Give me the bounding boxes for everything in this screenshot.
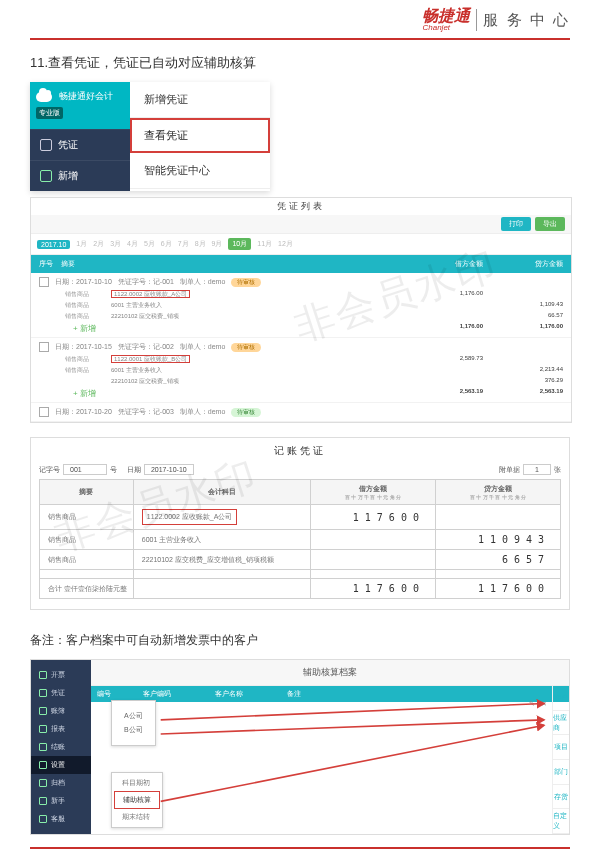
th-credit: 贷方金额百 十 万 千 百 十 元 角 分	[435, 480, 560, 505]
nav-item-voucher[interactable]: 凭证	[30, 129, 130, 160]
right-tabs: 客户 供应商 项目 部门 存货 自定义	[552, 686, 569, 834]
menu-item-smart-center[interactable]: 智能凭证中心	[130, 153, 270, 189]
table-row: 销售商品 22210102 应交税费_应交增值税_销项税额 6657	[40, 550, 561, 570]
right-tab[interactable]: 部门	[553, 760, 569, 785]
row-checkbox[interactable]	[39, 407, 49, 417]
right-tab[interactable]: 存货	[553, 785, 569, 810]
table-row: 销售商品 6001 主营业务收入 110943	[40, 530, 561, 550]
sidebar-item[interactable]: 归档	[31, 774, 91, 792]
add-line-button[interactable]: + 新增	[65, 388, 96, 399]
sidebar-item[interactable]: 客服	[31, 810, 91, 828]
dot-icon	[39, 707, 47, 715]
sidebar-item[interactable]: 结账	[31, 738, 91, 756]
submenu-item[interactable]: 科目期初	[114, 775, 160, 791]
voucher-submenu: 新增凭证 查看凭证 智能凭证中心	[130, 82, 270, 191]
month-item[interactable]: 7月	[178, 239, 189, 249]
settings-submenu: 科目期初 辅助核算 期末结转	[111, 772, 163, 828]
sidebar-item[interactable]: 账簿	[31, 702, 91, 720]
right-tab[interactable]: 客户	[553, 686, 569, 711]
th-summary: 摘要	[40, 480, 134, 505]
settings-sidebar: 开票 凭证 账簿 报表 结账 设置 归档 新手 客服	[31, 660, 91, 834]
nav-item-new[interactable]: 新增	[30, 160, 130, 191]
note-title: 备注：客户档案中可自动新增发票中的客户	[30, 632, 570, 649]
service-center-label: 服 务 中 心	[483, 11, 570, 30]
voucher-list-screenshot: 凭证列表 打印 导出 2017.10 1月 2月 3月 4月 5月 6月 7月 …	[30, 197, 572, 423]
status-badge: 待审核	[231, 278, 261, 287]
attach-suffix: 张	[554, 465, 561, 475]
voucher-icon	[40, 139, 52, 151]
sidebar-item[interactable]: 报表	[31, 720, 91, 738]
month-item[interactable]: 8月	[195, 239, 206, 249]
sidebar-item[interactable]: 开票	[31, 666, 91, 684]
col-summary: 摘要	[61, 259, 403, 269]
voucher-list-toolbar: 打印 导出	[31, 215, 571, 234]
voucher-no-input[interactable]: 001	[63, 464, 107, 475]
list-item[interactable]: B公司	[120, 723, 147, 737]
attach-input[interactable]: 1	[523, 464, 551, 475]
col-debit: 借方金额	[403, 259, 483, 269]
highlighted-subject: 1122.0002 应收账款_A公司	[142, 509, 238, 525]
period-dropdown[interactable]: 2017.10	[37, 240, 70, 249]
month-item[interactable]: 4月	[127, 239, 138, 249]
nav-item-label: 新增	[58, 169, 78, 183]
credit-amount[interactable]: 6657	[435, 550, 560, 570]
edit-icon[interactable]: ✎	[529, 700, 535, 708]
sidebar-item[interactable]: 新手	[31, 792, 91, 810]
month-item[interactable]: 6月	[161, 239, 172, 249]
nav-dropdown-screenshot: 畅捷通好会计 专业版 凭证 新增 新增凭证 查看凭证 智能凭证中心	[30, 82, 270, 191]
dot-icon	[39, 671, 47, 679]
month-item[interactable]: 1月	[76, 239, 87, 249]
right-tab[interactable]: 供应商	[553, 711, 569, 736]
export-button[interactable]: 导出	[535, 217, 565, 231]
voucher-date-label: 日期	[127, 465, 141, 475]
debit-amount[interactable]: 117600	[310, 505, 435, 530]
section11-title: 11.查看凭证，凭证已自动对应辅助核算	[30, 54, 570, 72]
month-item[interactable]: 2月	[93, 239, 104, 249]
voucher-group: 日期：2017-10-20 凭证字号：记-003 制单人：demo 待审核	[31, 403, 571, 422]
add-line-button[interactable]: + 新增	[65, 323, 96, 334]
aux-account-screenshot: 开票 凭证 账簿 报表 结账 设置 归档 新手 客服 辅助核算档案 编号 客户编…	[30, 659, 570, 835]
month-item[interactable]: 5月	[144, 239, 155, 249]
dot-icon	[39, 743, 47, 751]
voucher-group: 日期：2017-10-15 凭证字号：记-002 制单人：demo 待审核 销售…	[31, 338, 571, 403]
menu-item-new-voucher[interactable]: 新增凭证	[130, 82, 270, 118]
month-item-current[interactable]: 10月	[228, 238, 251, 250]
status-badge: 待审核	[231, 408, 261, 417]
voucher-maker: 制单人：demo	[180, 342, 226, 352]
submenu-item[interactable]: 期末结转	[114, 809, 160, 825]
right-tab[interactable]: 项目	[553, 735, 569, 760]
voucher-no: 凭证字号：记-002	[118, 342, 174, 352]
dot-icon	[39, 779, 47, 787]
voucher-list-header: 序号 摘要 借方金额 贷方金额	[31, 255, 571, 273]
th-subject: 会计科目	[133, 480, 310, 505]
left-nav: 畅捷通好会计 专业版 凭证 新增	[30, 82, 130, 191]
right-tab[interactable]: 自定义	[553, 809, 569, 834]
month-item[interactable]: 3月	[110, 239, 121, 249]
row-checkbox[interactable]	[39, 277, 49, 287]
row-checkbox[interactable]	[39, 342, 49, 352]
sidebar-item[interactable]: 凭证	[31, 684, 91, 702]
cloud-icon	[36, 92, 52, 102]
month-item[interactable]: 12月	[278, 239, 293, 249]
month-item[interactable]: 11月	[257, 239, 272, 249]
new-icon	[40, 170, 52, 182]
table-row: 销售商品 1122.0002 应收账款_A公司 117600	[40, 505, 561, 530]
voucher-no-label: 记字号	[39, 465, 60, 475]
voucher-date-input[interactable]: 2017-10-10	[144, 464, 194, 475]
voucher-no: 凭证字号：记-003	[118, 407, 174, 417]
brand-subname: Chanjet	[422, 24, 470, 32]
print-button[interactable]: 打印	[501, 217, 531, 231]
aux-main: 辅助核算档案 编号 客户编码 客户名称 备注 A公司 B公司 科目期初 辅助核算…	[91, 660, 569, 834]
period-selector: 2017.10 1月 2月 3月 4月 5月 6月 7月 8月 9月 10月 1…	[31, 234, 571, 255]
credit-amount[interactable]: 110943	[435, 530, 560, 550]
credit-amount[interactable]	[435, 505, 560, 530]
table-total-row: 合计 壹仟壹佰柒拾陆元整 117600 117600	[40, 579, 561, 599]
delete-icon[interactable]: ✕	[541, 700, 547, 708]
submenu-item-highlight[interactable]: 辅助核算	[114, 791, 160, 809]
list-item[interactable]: A公司	[120, 709, 147, 723]
month-item[interactable]: 9月	[212, 239, 223, 249]
brand-name: 畅捷通	[422, 7, 470, 24]
menu-item-view-voucher[interactable]: 查看凭证	[130, 118, 270, 153]
sidebar-item-active[interactable]: 设置	[31, 756, 91, 774]
edition-tag: 专业版	[36, 107, 63, 119]
